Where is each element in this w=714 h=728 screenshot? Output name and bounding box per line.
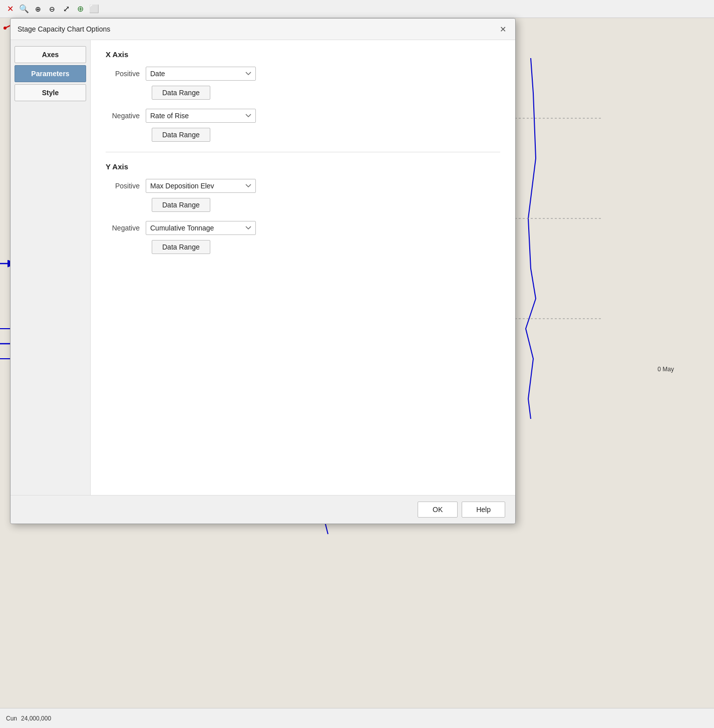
y-positive-select[interactable]: Max Deposition Elev Cumulative Tonnage D…	[146, 179, 256, 193]
help-button[interactable]: Help	[462, 502, 505, 518]
x-negative-data-range-button[interactable]: Data Range	[152, 128, 210, 142]
x-negative-label: Negative	[106, 112, 146, 120]
bottom-number-label: 24,000,000	[21, 715, 51, 722]
y-positive-row: Positive Max Deposition Elev Cumulative …	[106, 179, 500, 193]
svg-point-6	[4, 27, 7, 30]
dialog-sidebar: Axes Parameters Style	[11, 40, 91, 495]
close-icon[interactable]: ✕	[4, 3, 16, 15]
dialog-footer: OK Help	[11, 495, 515, 524]
y-positive-label: Positive	[106, 182, 146, 190]
zoom-fit-icon[interactable]: ⊕	[74, 3, 86, 15]
map-right-label: 0 May	[657, 366, 674, 373]
dialog-title: Stage Capacity Chart Options	[18, 25, 110, 33]
x-positive-data-range-row: Data Range	[152, 86, 500, 100]
y-axis-title: Y Axis	[106, 162, 500, 171]
sidebar-parameters-button[interactable]: Parameters	[15, 65, 86, 82]
dialog-titlebar: Stage Capacity Chart Options ✕	[11, 19, 515, 40]
y-positive-data-range-button[interactable]: Data Range	[152, 198, 210, 212]
sidebar-style-button[interactable]: Style	[15, 84, 86, 101]
bottom-cun-label: Cun	[6, 715, 17, 722]
y-negative-data-range-button[interactable]: Data Range	[152, 240, 210, 254]
x-negative-row: Negative Date Rate of Rise Cumulative To…	[106, 109, 500, 123]
x-negative-select[interactable]: Date Rate of Rise Cumulative Tonnage Max…	[146, 109, 256, 123]
y-negative-label: Negative	[106, 224, 146, 232]
x-positive-select[interactable]: Date Rate of Rise Cumulative Tonnage Max…	[146, 67, 256, 81]
y-negative-row: Negative Max Deposition Elev Cumulative …	[106, 221, 500, 235]
zoom-in-icon[interactable]: ⊕	[32, 3, 44, 15]
dialog-close-button[interactable]: ✕	[497, 24, 508, 35]
sidebar-axes-button[interactable]: Axes	[15, 46, 86, 63]
zoom-out-icon[interactable]: 🔍	[18, 3, 30, 15]
y-negative-data-range-row: Data Range	[152, 240, 500, 254]
fullscreen-icon[interactable]: ⤢	[60, 3, 72, 15]
dialog-body: Axes Parameters Style X Axis Positive Da…	[11, 40, 515, 495]
select-icon[interactable]: ⬜	[88, 3, 100, 15]
dialog: Stage Capacity Chart Options ✕ Axes Para…	[10, 18, 516, 524]
section-divider	[106, 152, 500, 152]
x-positive-row: Positive Date Rate of Rise Cumulative To…	[106, 67, 500, 81]
x-axis-title: X Axis	[106, 50, 500, 59]
ok-button[interactable]: OK	[418, 502, 458, 518]
x-positive-data-range-button[interactable]: Data Range	[152, 86, 210, 100]
y-negative-select[interactable]: Max Deposition Elev Cumulative Tonnage D…	[146, 221, 256, 235]
zoom-minus-icon[interactable]: ⊖	[46, 3, 58, 15]
dialog-content: X Axis Positive Date Rate of Rise Cumula…	[91, 40, 515, 495]
y-positive-data-range-row: Data Range	[152, 198, 500, 212]
bottom-bar: Cun 24,000,000	[0, 708, 714, 728]
x-negative-data-range-row: Data Range	[152, 128, 500, 142]
toolbar: ✕ 🔍 ⊕ ⊖ ⤢ ⊕ ⬜	[0, 0, 714, 18]
x-positive-label: Positive	[106, 70, 146, 78]
